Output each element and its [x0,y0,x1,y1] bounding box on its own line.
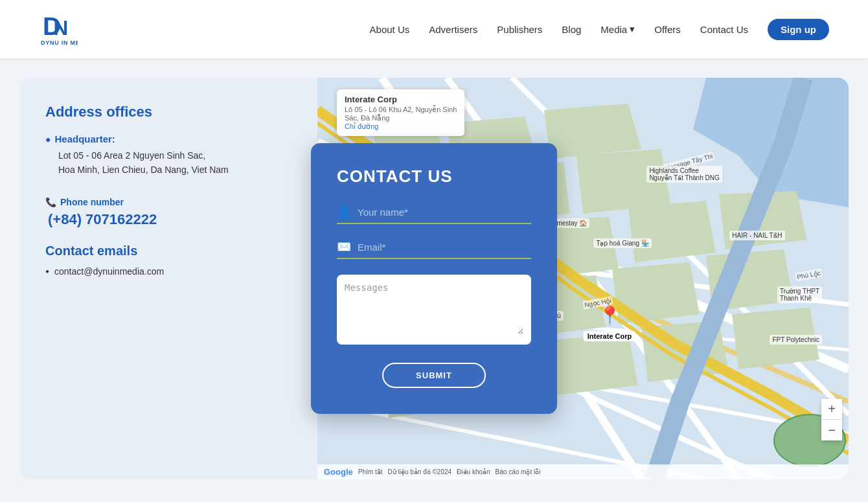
main-content: Address offices Headquarter: Lot 05 - 06… [0,58,868,499]
email-input[interactable] [358,242,531,253]
map-footer-report[interactable]: Báo cáo một lỗi [496,468,541,475]
poi-nail: HAIR - NAIL T&H [729,231,784,240]
email-field-wrap: ✉️ [337,240,531,259]
hq-label: Headquarter: [45,133,266,144]
poi-highlands: Highlands CoffeeNguyễn Tất Thành DNG [646,166,722,183]
hq-address: Lot 05 - 06 Area 2 Nguyen Sinh Sac, Hoa … [45,148,266,177]
nav-contact[interactable]: Contact Us [700,24,748,35]
zoom-in-button[interactable]: + [821,399,842,420]
map-footer-data: Dữ liệu bản đồ ©2024 [387,468,451,475]
nav-about[interactable]: About Us [370,24,410,35]
logo[interactable]: D N DYNU IN MEDIA [39,10,78,49]
map-footer-terms[interactable]: Điều khoản [457,468,490,475]
poi-fpt: FPT Polytechnic [770,335,822,345]
svg-marker-24 [628,201,716,262]
phone-icon: 📞 [45,197,56,207]
message-field-wrap [337,275,531,345]
name-field-wrap: 👤 [337,205,531,224]
svg-marker-33 [551,334,638,395]
poi-tap-hoa: Tạp hoá Giang 🏪 [593,238,651,248]
email-address: contact@dynuinmedia.com [45,266,266,277]
info-panel: Address offices Headquarter: Lot 05 - 06… [45,104,266,277]
email-icon: ✉️ [337,240,351,254]
phone-label: 📞 Phone number [45,197,266,207]
nav-advertisers[interactable]: Advertisers [429,24,477,35]
user-icon: 👤 [337,205,351,219]
map-pin: 📍 [599,305,621,326]
google-logo: Google [324,467,353,477]
submit-button[interactable]: SUBMIT [382,363,486,388]
map-zoom-controls: + − [821,399,842,440]
nav-blog[interactable]: Blog [562,24,581,35]
map-info-popup: Interate Corp Lô 05 - Lô 06 Khu A2, Nguy… [337,89,464,136]
phone-section: 📞 Phone number (+84) 707162222 [45,197,266,228]
form-title: CONTACT US [337,166,531,187]
nav-publishers[interactable]: Publishers [497,24,542,35]
nav-media[interactable]: Media ▾ [600,23,635,35]
main-nav: About Us Advertisers Publishers Blog Med… [370,19,829,40]
svg-text:DYNU IN MEDIA: DYNU IN MEDIA [41,40,78,46]
nav-offers[interactable]: Offers [654,24,681,35]
name-input[interactable] [358,207,531,218]
contact-form: CONTACT US 👤 ✉️ SUBMIT [311,143,557,414]
contact-card: Address offices Headquarter: Lot 05 - 06… [19,78,849,479]
popup-directions-link[interactable]: Chỉ đường [345,122,457,131]
signup-button[interactable]: Sign up [768,19,829,40]
email-title: Contact emails [45,244,266,258]
map-footer: Google Phím tắt Dữ liệu bản đồ ©2024 Điề… [317,464,849,479]
map-footer-keys[interactable]: Phím tắt [358,468,383,475]
poi-thpt: Trường THPTThanh Khê [777,286,822,303]
zoom-out-button[interactable]: − [821,420,842,440]
svg-text:N: N [54,16,69,40]
pin-label: Interate Corp [584,331,635,341]
message-textarea[interactable] [345,282,523,334]
address-title: Address offices [45,104,266,120]
header: D N DYNU IN MEDIA About Us Advertisers P… [0,0,868,58]
chevron-down-icon: ▾ [630,23,635,35]
svg-marker-17 [544,104,641,159]
popup-address: Lô 05 - Lô 06 Khu A2, Nguyễn SinhSác, Đà… [345,106,457,122]
phone-number: (+84) 707162222 [48,211,266,228]
popup-title: Interate Corp [345,95,457,104]
